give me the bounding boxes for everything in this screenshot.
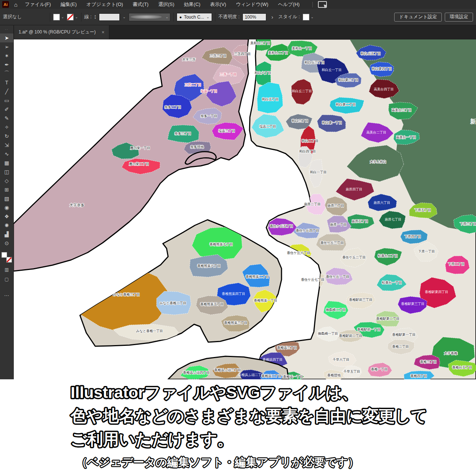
shape-builder-tool[interactable]: ◫	[0, 167, 13, 176]
document-tab-title: 1.ai* @ 100 % (RGB/CPU プレビュー)	[19, 29, 96, 35]
chevron-down-icon[interactable]: ⌄	[165, 15, 168, 19]
menu-item-3[interactable]: 書式(T)	[133, 1, 149, 8]
blend-tool[interactable]: ❖	[0, 212, 13, 221]
chevron-down-icon[interactable]: ⌄	[61, 15, 64, 19]
chevron-down-icon[interactable]: ⌄	[123, 15, 126, 19]
arrange-documents-icon[interactable]	[318, 1, 327, 8]
style-picker[interactable]: ⌄	[303, 14, 313, 20]
fill-stroke-indicator[interactable]	[1, 252, 12, 263]
menu-item-0[interactable]: ファイル(F)	[25, 1, 51, 8]
map-region-label: 香住ケ丘七丁目	[301, 278, 324, 282]
map-region-label: 松香台二丁目	[377, 254, 398, 258]
menu-item-5[interactable]: 効果(C)	[184, 1, 200, 8]
map-region-label: 高美台三丁目	[392, 108, 412, 112]
draw-mode-icon[interactable]: ▢	[4, 277, 9, 282]
toolbar-grip[interactable]: ∙∙	[5, 28, 8, 31]
perspective-grid-tool[interactable]: ◇	[0, 176, 13, 185]
document-tab[interactable]: 1.ai* @ 100 % (RGB/CPU プレビュー) ×	[14, 25, 109, 39]
map-region-label: 香椎四丁目	[411, 374, 427, 378]
rotate-tool[interactable]: ↻	[0, 132, 13, 141]
fill-swatch[interactable]	[53, 14, 60, 20]
opacity-field[interactable]: 100%	[242, 13, 266, 21]
document-canvas[interactable]: 美和台三丁目美和台二丁目美和台一丁目和白丘五丁目和白丘三丁目和白東四丁目和白六丁…	[13, 39, 476, 379]
map-region-label: 和白二丁目	[302, 139, 319, 143]
map-region-label: 香椎団地	[327, 373, 341, 377]
map-region-label: みなと香椎二丁目	[160, 301, 187, 305]
map-region-label: 香住ケ丘六丁目	[287, 251, 310, 255]
selection-tool[interactable]: ➤	[0, 33, 13, 42]
fill-indicator[interactable]	[1, 252, 7, 258]
map-region-label: 香椎浜ふ頭三丁目	[214, 368, 241, 372]
shaper-tool[interactable]: ✧	[0, 123, 13, 132]
map-artwork: 美和台三丁目美和台二丁目美和台一丁目和白丘五丁目和白丘三丁目和白東四丁目和白六丁…	[13, 39, 476, 379]
menu-item-8[interactable]: ヘルプ(H)	[278, 1, 300, 8]
map-region-label: 香椎浜一丁目	[283, 375, 303, 379]
stroke-swatch[interactable]	[67, 14, 74, 20]
type-tool[interactable]: T	[0, 78, 13, 87]
mesh-tool[interactable]: ⊞	[0, 185, 13, 194]
caption-subline: （ベジェデータの編集ソフト・編集アプリが必要です）	[76, 456, 359, 469]
zoom-tool[interactable]: ⊙	[0, 239, 13, 248]
stroke-indicator[interactable]	[6, 257, 12, 263]
menu-item-6[interactable]: 表示(V)	[210, 1, 226, 8]
chevron-down-icon[interactable]: ⌄	[311, 15, 313, 19]
stroke-color-picker[interactable]: ⌄	[67, 14, 78, 20]
divider	[215, 13, 215, 22]
gradient-tool[interactable]: ▧	[0, 194, 13, 203]
home-icon[interactable]: ⌂	[14, 1, 17, 8]
menu-item-4[interactable]: 選択(S)	[158, 1, 174, 8]
color-mode-icon[interactable]: ▥	[4, 267, 9, 272]
curvature-tool[interactable]: ⌒	[0, 69, 13, 78]
free-transform-tool[interactable]: ▦	[0, 158, 13, 167]
eyedropper-tool[interactable]: ◉	[0, 203, 13, 212]
document-setup-button[interactable]: ドキュメント設定	[394, 13, 442, 22]
edit-toolbar-icon[interactable]: ⋯	[4, 292, 9, 298]
stroke-weight-stepper[interactable]: ▴▾	[94, 15, 96, 19]
map-region-label: 御島崎二丁目	[326, 308, 346, 312]
map-region-label: 香椎駅東一丁目	[392, 333, 416, 337]
cursor-glyph	[324, 4, 327, 9]
opacity-more-button[interactable]: ›	[269, 13, 275, 21]
caption-line: IllustratorファイルやSVGファイルは、	[71, 383, 358, 401]
paintbrush-tool[interactable]: ✐	[0, 105, 13, 114]
pen-tool[interactable]: ✒	[0, 60, 13, 69]
symbol-sprayer-tool[interactable]: ✺	[0, 221, 13, 230]
map-region-label: 塩浜一丁目	[200, 89, 218, 93]
selection-status: 選択なし	[3, 14, 47, 20]
map-region-label: 高美台一丁目	[396, 135, 416, 139]
variable-width-profile-dropdown[interactable]: ● Touch C... ⌄	[177, 13, 212, 21]
map-region-label: 和白四丁目	[299, 149, 316, 153]
column-graph-tool[interactable]: ▟	[0, 230, 13, 239]
divider	[173, 13, 174, 22]
map-region-label: 御島崎一丁目	[318, 332, 338, 335]
map-region-label: 香椎浜ふ頭四丁目	[183, 371, 210, 374]
menu-item-7[interactable]: ウィンドウ(W)	[236, 1, 268, 8]
brush-definition-dropdown[interactable]: ⌄	[129, 13, 170, 21]
menu-item-1[interactable]: 編集(E)	[61, 1, 77, 8]
map-region-label: 香椎三丁目	[420, 360, 437, 364]
menu-item-2[interactable]: オブジェクト(O)	[86, 1, 123, 8]
style-swatch[interactable]	[303, 14, 309, 20]
map-region-label: 唐原六丁目	[374, 201, 390, 205]
stroke-weight-field[interactable]	[99, 13, 120, 21]
chevron-down-icon[interactable]: ⌄	[75, 15, 78, 19]
direct-selection-tool[interactable]: ➢	[0, 42, 13, 51]
map-region-label: 高美台四丁目	[374, 87, 394, 91]
close-tab-icon[interactable]: ×	[102, 29, 104, 35]
spinner-down-icon[interactable]: ▾	[94, 17, 96, 20]
rectangle-tool[interactable]: ▭	[0, 96, 13, 105]
opacity-label: 不透明度 :	[218, 14, 239, 20]
scale-tool[interactable]: ⇲	[0, 141, 13, 149]
divider	[50, 13, 50, 22]
fill-color-picker[interactable]: ⌄	[53, 14, 64, 20]
chevron-down-icon[interactable]: ⌄	[206, 15, 209, 19]
magic-wand-tool[interactable]: ✶	[0, 51, 13, 60]
pencil-tool[interactable]: ✎	[0, 114, 13, 123]
control-bar: 選択なし ⌄ ⌄ 線 : ▴▾ ⌄ ⌄ ● Touch C... ⌄ 不透明度 …	[0, 9, 476, 25]
map-region-label: 香住ケ丘四丁目	[296, 229, 319, 232]
map-region-label: 香住ケ丘一丁目	[326, 275, 349, 279]
map-region-label: 和白東三丁目	[338, 78, 358, 82]
line-segment-tool[interactable]: ╱	[0, 87, 13, 96]
preferences-button[interactable]: 環境設定	[445, 13, 473, 22]
width-tool[interactable]: ∿	[0, 149, 13, 158]
